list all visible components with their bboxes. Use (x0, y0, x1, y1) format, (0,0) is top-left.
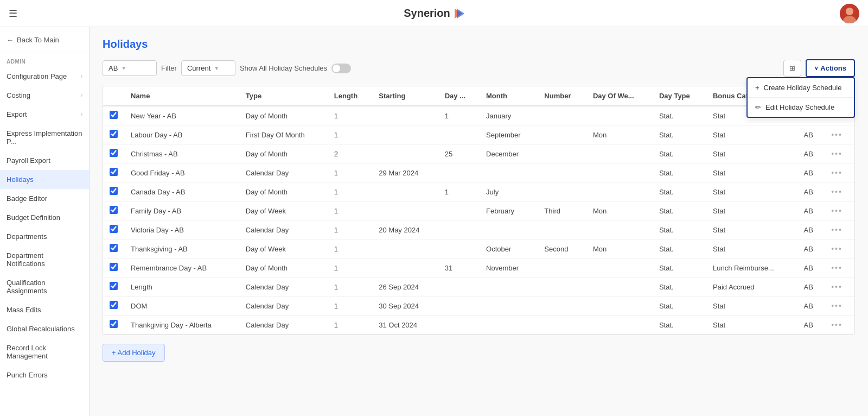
row-length: 1 (328, 182, 372, 201)
row-day-type: Stat. (653, 259, 706, 278)
row-checkbox-cell (103, 278, 124, 297)
show-all-schedules-toggle[interactable] (331, 64, 351, 73)
actions-button[interactable]: ∨ Actions (806, 59, 855, 77)
table-row: DOM Calendar Day 1 30 Sep 2024 Stat. Sta… (103, 297, 854, 316)
row-type: First Day Of Month (239, 125, 328, 144)
sidebar-item-punch-errors[interactable]: Punch Errors (0, 365, 89, 385)
row-dots[interactable]: ••• (825, 201, 854, 220)
edit-holiday-schedule-item[interactable]: ✏ Edit Holiday Schedule (748, 98, 854, 117)
row-more-options-icon[interactable]: ••• (831, 168, 843, 177)
sidebar-item-payroll-export[interactable]: Payroll Export (0, 151, 89, 170)
sidebar-item-costing[interactable]: Costing› (0, 86, 89, 105)
row-day-of-week: Mon (586, 239, 653, 259)
col-header-checkbox (103, 86, 124, 106)
row-more-options-icon[interactable]: ••• (831, 149, 843, 158)
row-day-of-week (586, 259, 653, 278)
row-schedule: AB (797, 316, 825, 335)
holidays-table-container: NameTypeLengthStartingDay ...MonthNumber… (103, 86, 855, 335)
row-dots[interactable]: ••• (825, 316, 854, 335)
row-more-options-icon[interactable]: ••• (831, 282, 843, 291)
row-type: Calendar Day (239, 316, 328, 335)
row-number (538, 125, 586, 144)
row-more-options-icon[interactable]: ••• (831, 263, 843, 272)
sidebar-item-departments[interactable]: Departments (0, 227, 89, 246)
filter-select[interactable]: Current ▼ (181, 60, 235, 76)
row-dots[interactable]: ••• (825, 297, 854, 316)
sidebar-item-export[interactable]: Export› (0, 105, 89, 124)
grid-icon: ⊞ (789, 64, 795, 72)
sidebar-item-qual-assignments[interactable]: Qualification Assignments (0, 273, 89, 300)
col-header-6: Number (538, 86, 586, 106)
row-checkbox[interactable] (110, 130, 118, 138)
row-more-options-icon[interactable]: ••• (831, 320, 843, 329)
row-checkbox[interactable] (110, 244, 118, 252)
row-dots[interactable]: ••• (825, 182, 854, 201)
row-checkbox[interactable] (110, 149, 118, 157)
row-checkbox[interactable] (110, 301, 118, 309)
chevron-right-icon: › (81, 73, 82, 79)
sidebar-item-global-recalc[interactable]: Global Recalculations (0, 319, 89, 338)
row-checkbox[interactable] (110, 206, 118, 214)
row-dots[interactable]: ••• (825, 239, 854, 259)
grid-view-button[interactable]: ⊞ (783, 60, 801, 77)
region-select[interactable]: AB ▼ (103, 60, 157, 76)
sidebar-item-label: Badge Editor (7, 194, 47, 203)
row-checkbox[interactable] (110, 282, 118, 290)
row-checkbox[interactable] (110, 263, 118, 271)
row-more-options-icon[interactable]: ••• (831, 244, 843, 253)
row-more-options-icon[interactable]: ••• (831, 225, 843, 234)
row-checkbox-cell (103, 297, 124, 316)
table-body: New Year - AB Day of Month 1 1 January S… (103, 106, 854, 335)
sidebar-item-mass-edits[interactable]: Mass Edits (0, 300, 89, 319)
row-checkbox[interactable] (110, 111, 118, 119)
row-more-options-icon[interactable]: ••• (831, 206, 843, 215)
col-header-1: Type (239, 86, 328, 106)
row-day (438, 125, 480, 144)
back-to-main-button[interactable]: ← Back To Main (0, 27, 89, 53)
row-day-type: Stat. (653, 201, 706, 220)
create-holiday-schedule-item[interactable]: + Create Holiday Schedule (748, 78, 854, 98)
sidebar-item-record-lock[interactable]: Record Lock Management (0, 338, 89, 365)
sidebar-item-dept-notifications[interactable]: Department Notifications (0, 246, 89, 273)
row-day-of-week (586, 182, 653, 201)
row-length: 1 (328, 239, 372, 259)
row-length: 1 (328, 106, 372, 125)
row-length: 1 (328, 297, 372, 316)
row-number (538, 316, 586, 335)
row-dots[interactable]: ••• (825, 259, 854, 278)
row-checkbox-cell (103, 125, 124, 144)
avatar[interactable] (840, 4, 859, 23)
logo-area: Synerion (404, 7, 464, 20)
add-holiday-button[interactable]: + Add Holiday (103, 344, 165, 362)
filter-value: Current (187, 64, 210, 72)
row-number (538, 163, 586, 182)
row-dots[interactable]: ••• (825, 278, 854, 297)
row-checkbox[interactable] (110, 320, 118, 328)
admin-section-label: ADMIN (0, 53, 89, 67)
row-length: 1 (328, 220, 372, 239)
sidebar: ← Back To Main ADMIN Configuration Page›… (0, 27, 90, 416)
row-more-options-icon[interactable]: ••• (831, 301, 843, 310)
sidebar-item-badge-editor[interactable]: Badge Editor (0, 189, 89, 208)
row-dots[interactable]: ••• (825, 220, 854, 239)
row-dots[interactable]: ••• (825, 163, 854, 182)
row-dots[interactable]: ••• (825, 125, 854, 144)
row-name: Christmas - AB (124, 144, 239, 163)
row-checkbox[interactable] (110, 225, 118, 233)
row-bonus-category: Stat (706, 220, 797, 239)
row-length: 2 (328, 144, 372, 163)
row-dots[interactable]: ••• (825, 144, 854, 163)
row-more-options-icon[interactable]: ••• (831, 187, 843, 196)
row-starting (372, 201, 438, 220)
sidebar-item-express[interactable]: Express Implementation P... (0, 124, 89, 151)
hamburger-icon[interactable]: ☰ (9, 8, 17, 20)
col-header-2: Length (328, 86, 372, 106)
row-more-options-icon[interactable]: ••• (831, 130, 843, 139)
row-month (480, 220, 538, 239)
row-bonus-category: Stat (706, 125, 797, 144)
sidebar-item-configuration[interactable]: Configuration Page› (0, 67, 89, 86)
row-checkbox[interactable] (110, 168, 118, 176)
sidebar-item-holidays[interactable]: Holidays (0, 170, 89, 189)
sidebar-item-budget-definition[interactable]: Budget Definition (0, 208, 89, 227)
row-checkbox[interactable] (110, 187, 118, 195)
